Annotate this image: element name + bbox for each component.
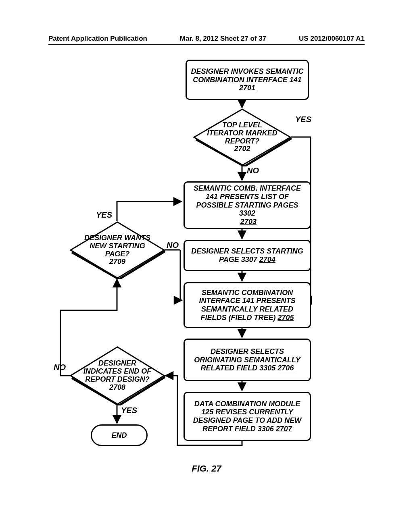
step-2701-text: DESIGNER INVOKES SEMANTIC COMBINATION IN… (191, 67, 304, 84)
edge-2702-yes: YES (295, 115, 311, 124)
step-2704-text: DESIGNER SELECTS STARTING PAGE 3307 2704 (189, 247, 306, 264)
decision-2708-text: DESIGNER INDICATES END OF REPORT DESIGN? (81, 360, 153, 383)
edge-2709-no: NO (167, 241, 179, 250)
figure-caption: FIG. 27 (0, 463, 413, 474)
step-2707: DATA COMBINATION MODULE 125 REVISES CURR… (184, 392, 311, 441)
step-2701-ref: 2701 (239, 84, 255, 92)
decision-2709-text: DESIGNER WANTS NEW STARTING PAGE? (81, 234, 153, 258)
step-2704: DESIGNER SELECTS STARTING PAGE 3307 2704 (184, 240, 311, 271)
decision-2702-ref: 2702 (234, 145, 250, 153)
step-2701: DESIGNER INVOKES SEMANTIC COMBINATION IN… (186, 60, 309, 100)
step-2703: SEMANTIC COMB. INTERFACE 141 PRESENTS LI… (184, 181, 311, 229)
edge-2708-no: NO (54, 363, 66, 372)
terminator-end-text: END (111, 431, 127, 440)
header-right: US 2012/0060107 A1 (299, 35, 365, 43)
header-rule (48, 44, 365, 45)
step-2706: DESIGNER SELECTS ORIGINATING SEMANTICALL… (184, 339, 311, 381)
decision-2702-text: TOP LEVEL ITERATOR MARKED REPORT? (205, 121, 280, 145)
decision-2708: DESIGNER INDICATES END OF REPORT DESIGN?… (69, 346, 165, 405)
decision-2702: TOP LEVEL ITERATOR MARKED REPORT? 2702 (193, 108, 292, 166)
page: Patent Application Publication Mar. 8, 2… (0, 0, 413, 532)
terminator-end: END (91, 424, 148, 446)
header-left: Patent Application Publication (48, 35, 147, 43)
decision-2708-ref: 2708 (109, 384, 125, 392)
step-2703-ref: 2703 (238, 218, 257, 226)
header-mid: Mar. 8, 2012 Sheet 27 of 37 (180, 35, 267, 43)
edge-2702-no: NO (247, 166, 259, 175)
step-2703-text: SEMANTIC COMB. INTERFACE 141 PRESENTS LI… (189, 184, 306, 218)
page-header: Patent Application Publication Mar. 8, 2… (48, 35, 365, 43)
edge-2709-yes: YES (96, 210, 112, 220)
decision-2709-ref: 2709 (109, 258, 125, 266)
step-2705: SEMANTIC COMBINATION INTERFACE 141 PRESE… (184, 282, 311, 328)
decision-2709: DESIGNER WANTS NEW STARTING PAGE? 2709 (69, 221, 165, 279)
step-2705-text: SEMANTIC COMBINATION INTERFACE 141 PRESE… (189, 289, 306, 322)
edge-2708-yes: YES (121, 406, 137, 415)
step-2707-text: DATA COMBINATION MODULE 125 REVISES CURR… (189, 400, 306, 433)
step-2706-text: DESIGNER SELECTS ORIGINATING SEMANTICALL… (189, 347, 306, 372)
